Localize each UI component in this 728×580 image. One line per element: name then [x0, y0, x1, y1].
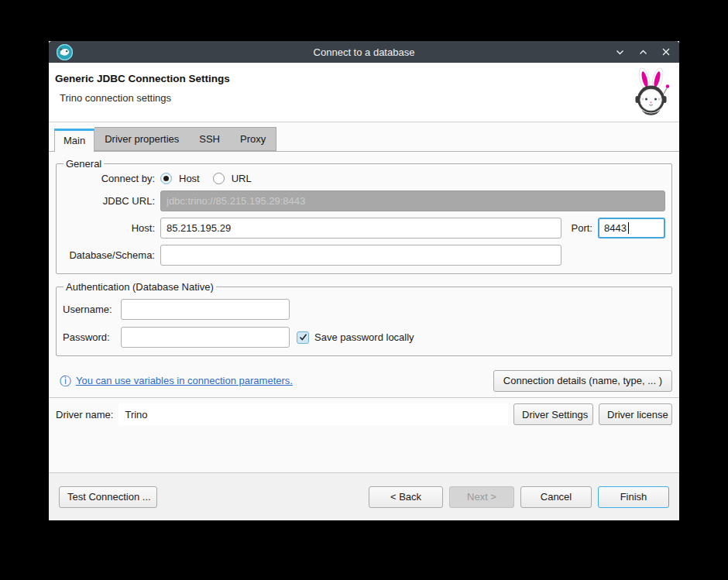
dialog-button-bar: Test Connection ... < Back Next > Cancel…: [49, 472, 679, 520]
check-icon: [299, 333, 307, 341]
inactive-tab-group: Driver properties SSH Proxy: [94, 127, 276, 151]
general-group: General Connect by: Host URL JDBC URL: H…: [56, 158, 672, 274]
tab-ssh[interactable]: SSH: [189, 129, 230, 149]
jdbc-url-field: [160, 190, 665, 211]
host-radio[interactable]: [160, 173, 172, 184]
port-field[interactable]: [598, 218, 665, 239]
tab-driver-properties[interactable]: Driver properties: [94, 129, 189, 149]
port-label: Port:: [572, 222, 592, 234]
save-password-checkbox[interactable]: [297, 331, 309, 344]
driver-name-label: Driver name:: [56, 409, 113, 420]
authentication-group-label: Authentication (Database Native): [64, 281, 216, 293]
cancel-button[interactable]: Cancel: [520, 486, 592, 508]
titlebar[interactable]: Connect to a database: [49, 41, 679, 63]
info-icon: ⓘ: [60, 375, 71, 386]
host-radio-label: Host: [179, 173, 200, 184]
url-radio-label: URL: [232, 173, 252, 184]
variables-link[interactable]: You can use variables in connection para…: [76, 375, 293, 386]
minimize-icon[interactable]: [614, 46, 625, 57]
password-field[interactable]: [121, 327, 290, 348]
driver-name-field: Trino: [118, 403, 508, 425]
connection-details-button[interactable]: Connection details (name, type, ... ): [493, 370, 672, 392]
save-password-label: Save password locally: [314, 331, 414, 343]
jdbc-url-label: JDBC URL:: [103, 195, 155, 207]
host-label: Host:: [132, 222, 155, 234]
window-title: Connect to a database: [49, 46, 679, 58]
dialog-header: Generic JDBC Connection Settings Trino c…: [49, 63, 679, 122]
page-subtitle: Trino connection settings: [55, 92, 668, 104]
close-icon[interactable]: [661, 46, 671, 57]
connect-database-dialog: Connect to a database Generic JDBC Conne…: [49, 41, 679, 520]
next-button: Next >: [449, 486, 514, 508]
driver-settings-button[interactable]: Driver Settings: [513, 403, 593, 425]
database-schema-field[interactable]: [160, 245, 561, 266]
username-label: Username:: [63, 304, 112, 315]
username-field[interactable]: [121, 299, 290, 320]
password-label: Password:: [63, 331, 110, 343]
authentication-group: Authentication (Database Native) Usernam…: [56, 281, 672, 356]
url-radio[interactable]: [213, 173, 225, 184]
host-field[interactable]: [160, 218, 561, 239]
main-content: General Connect by: Host URL JDBC URL: H…: [49, 152, 679, 472]
driver-license-button[interactable]: Driver license: [599, 403, 672, 425]
finish-button[interactable]: Finish: [598, 486, 669, 508]
tab-proxy[interactable]: Proxy: [230, 129, 276, 149]
database-schema-label: Database/Schema:: [69, 249, 155, 261]
general-group-label: General: [64, 158, 104, 170]
trino-logo-icon: [629, 67, 674, 116]
divider: [49, 397, 679, 398]
maximize-icon[interactable]: [637, 46, 648, 57]
tab-main[interactable]: Main: [54, 129, 94, 152]
text-caret: [628, 222, 629, 234]
back-button[interactable]: < Back: [369, 486, 443, 508]
test-connection-button[interactable]: Test Connection ...: [59, 486, 157, 508]
page-title: Generic JDBC Connection Settings: [55, 73, 668, 84]
tab-bar: Main Driver properties SSH Proxy: [49, 122, 679, 152]
connect-by-label: Connect by:: [101, 173, 155, 184]
